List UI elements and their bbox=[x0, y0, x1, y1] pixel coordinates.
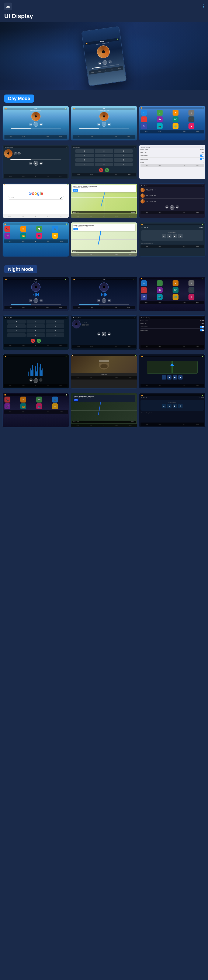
nbtm-prev[interactable]: ◀◀ bbox=[97, 332, 100, 336]
nn-up[interactable]: ▲ bbox=[162, 375, 166, 380]
nbts-auto-connect-toggle[interactable] bbox=[200, 329, 204, 331]
dir-up[interactable]: ▲ bbox=[162, 234, 166, 238]
nh-app-3[interactable]: ★ bbox=[173, 280, 178, 286]
play-btn[interactable]: ⏸ bbox=[102, 60, 108, 65]
end-call-btn[interactable]: 📞 bbox=[99, 168, 103, 172]
nn-right[interactable]: ▶ bbox=[173, 375, 177, 380]
dial-4[interactable]: 4 bbox=[76, 154, 94, 157]
ios-app-2[interactable]: ✉ bbox=[20, 226, 26, 232]
nh-app-8[interactable]: 📞 bbox=[189, 287, 194, 293]
nm1-prev[interactable]: ◀◀ bbox=[29, 299, 32, 302]
ndial-hash[interactable]: # bbox=[46, 333, 64, 337]
app-settings[interactable]: ⚙ bbox=[189, 110, 194, 116]
ndial-0[interactable]: 0 bbox=[27, 333, 45, 337]
nh-app-12[interactable]: ★ bbox=[189, 294, 194, 300]
google-mic-icon[interactable]: 🎤 bbox=[60, 197, 62, 199]
nio-app-5[interactable]: 🎤 bbox=[5, 403, 10, 409]
nh-app-9[interactable]: 🗺 bbox=[141, 294, 147, 300]
social-track-1[interactable]: 华东_2月28日.mp3 bbox=[140, 187, 204, 193]
menu-button[interactable] bbox=[4, 3, 12, 10]
nm1-next[interactable]: ▶▶ bbox=[39, 299, 43, 302]
ndial-8[interactable]: 8 bbox=[27, 329, 45, 332]
ios-app-3[interactable]: 💬 bbox=[36, 226, 42, 232]
google-search-bar[interactable]: Search... 🎤 bbox=[8, 196, 64, 200]
sc-prev[interactable]: ◀◀ bbox=[165, 205, 169, 208]
sc-play[interactable]: ▶ bbox=[170, 205, 175, 210]
dial-1[interactable]: 1 bbox=[76, 149, 94, 153]
nn-left[interactable]: ◀ bbox=[167, 375, 172, 380]
next-btn[interactable]: ▶▶ bbox=[108, 60, 112, 64]
ios-app-8[interactable]: ⚙ bbox=[52, 233, 58, 239]
dial-5[interactable]: 5 bbox=[95, 154, 113, 157]
app-telegram[interactable]: ✈ bbox=[141, 110, 147, 116]
nio-app-6[interactable]: 📻 bbox=[20, 403, 26, 409]
app-maps[interactable]: 📍 bbox=[141, 116, 147, 123]
sm1-next[interactable]: ▶▶ bbox=[39, 123, 43, 126]
dial-2[interactable]: 2 bbox=[95, 149, 113, 153]
ios-app-6[interactable]: 📻 bbox=[20, 233, 26, 239]
dir-right[interactable]: ▶ bbox=[173, 234, 177, 238]
nd-right[interactable]: ▶ bbox=[173, 404, 177, 408]
app-bt[interactable]: BT bbox=[173, 116, 178, 123]
ndial-7[interactable]: 7 bbox=[7, 329, 26, 332]
dir-down[interactable]: ▼ bbox=[178, 234, 183, 238]
dial-8[interactable]: 8 bbox=[95, 158, 113, 162]
nbts-auto-answer-toggle[interactable] bbox=[200, 326, 204, 328]
sm2-play[interactable]: ⏸ bbox=[102, 122, 106, 127]
nw-play[interactable]: ⏸ bbox=[33, 378, 38, 383]
app-wechat[interactable]: 💬 bbox=[157, 116, 162, 123]
app-store[interactable]: ★ bbox=[189, 123, 194, 129]
night-end-call[interactable]: 📞 bbox=[31, 339, 35, 343]
dial-7[interactable]: 7 bbox=[76, 158, 94, 162]
dial-hash[interactable]: # bbox=[114, 162, 132, 166]
rest-go[interactable]: GO bbox=[73, 228, 78, 230]
app-photos[interactable]: ★ bbox=[173, 110, 178, 116]
nbtm-play[interactable]: ▶ bbox=[102, 332, 106, 336]
nd-left[interactable]: ◀ bbox=[167, 404, 172, 408]
dial-0[interactable]: 0 bbox=[95, 162, 113, 166]
ios-app-5[interactable]: 🎤 bbox=[5, 233, 10, 239]
ios-app-7[interactable]: 📺 bbox=[36, 233, 42, 239]
night-answer-call[interactable]: 📞 bbox=[37, 339, 41, 343]
ndial-4[interactable]: 4 bbox=[7, 325, 26, 328]
nm2-play[interactable]: ⏸ bbox=[102, 298, 106, 303]
nio-app-4[interactable]: 🎵 bbox=[52, 396, 58, 402]
nh-app-11[interactable]: 🌐 bbox=[173, 294, 178, 300]
sm1-prev[interactable]: ◀◀ bbox=[29, 123, 32, 126]
nh-app-10[interactable]: 📷 bbox=[157, 294, 162, 300]
ndial-6[interactable]: 6 bbox=[46, 325, 64, 328]
dial-9[interactable]: 9 bbox=[114, 158, 132, 162]
nio-app-2[interactable]: ✉ bbox=[20, 396, 26, 402]
nio-app-8[interactable]: ⚙ bbox=[52, 403, 58, 409]
nw-prev[interactable]: ◀◀ bbox=[29, 378, 33, 382]
sm2-prev[interactable]: ◀◀ bbox=[97, 123, 100, 126]
nh-app-1[interactable]: ✈ bbox=[141, 280, 147, 286]
nd-up[interactable]: ▲ bbox=[162, 404, 166, 408]
btm-play[interactable]: ▶ bbox=[33, 161, 38, 165]
nmap-go[interactable]: GO bbox=[74, 399, 78, 401]
social-track-2[interactable]: 华东_2月28日.mp3 bbox=[140, 193, 204, 199]
nio-app-7[interactable]: 📺 bbox=[36, 403, 42, 409]
dial-star[interactable]: * bbox=[76, 162, 94, 166]
social-track-3[interactable]: 华东_2月28日.mp3 bbox=[140, 199, 204, 204]
nm2-prev[interactable]: ◀◀ bbox=[97, 299, 100, 302]
nw-next[interactable]: ▶▶ bbox=[39, 378, 43, 382]
nd-down[interactable]: ▼ bbox=[178, 404, 183, 408]
ndial-3[interactable]: 3 bbox=[46, 320, 64, 323]
sm2-next[interactable]: ▶▶ bbox=[108, 123, 111, 126]
nav-dots[interactable] bbox=[203, 5, 204, 8]
dial-3[interactable]: 3 bbox=[114, 149, 132, 153]
app-music[interactable]: ♪ bbox=[157, 110, 162, 116]
nbtm-next[interactable]: ▶▶ bbox=[108, 332, 111, 336]
app-nav[interactable]: 🗺 bbox=[141, 123, 147, 129]
nh-app-5[interactable]: 📍 bbox=[141, 287, 147, 293]
ios-app-4[interactable]: 🎵 bbox=[52, 226, 58, 232]
app-camera[interactable]: 📷 bbox=[157, 123, 162, 129]
nio-app-3[interactable]: 💬 bbox=[36, 396, 42, 402]
ndial-1[interactable]: 1 bbox=[7, 320, 26, 323]
go-button[interactable]: GO bbox=[72, 189, 78, 192]
ios-app-1[interactable]: 📞 bbox=[5, 226, 10, 232]
btm-next[interactable]: ▶▶ bbox=[39, 162, 43, 165]
bts-auto-connect-toggle[interactable] bbox=[200, 158, 204, 160]
nm2-next[interactable]: ▶▶ bbox=[108, 299, 111, 302]
